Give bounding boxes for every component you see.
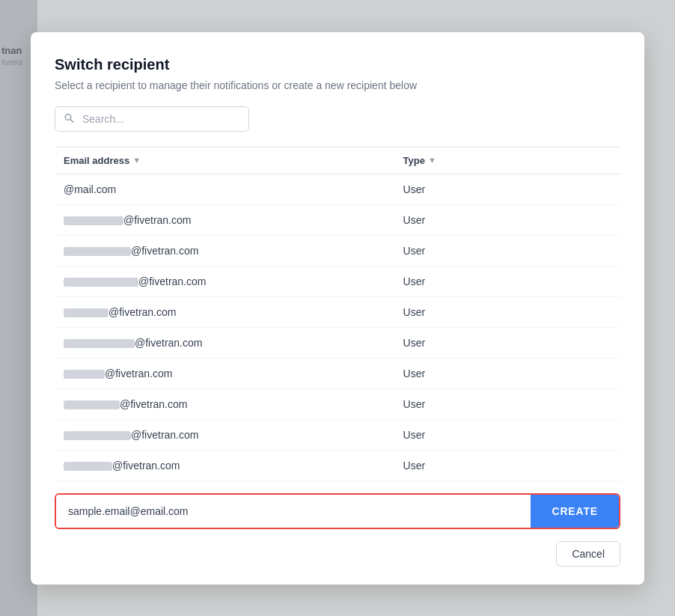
cell-email: @fivetran.com — [55, 296, 394, 327]
svg-line-1 — [70, 119, 73, 122]
cell-type: User — [394, 174, 620, 204]
recipients-table-container: Email address ▼ Type ▼ @mail.co — [55, 147, 620, 481]
cell-type: User — [394, 266, 620, 296]
sort-icon-type: ▼ — [428, 156, 436, 165]
cell-type: User — [394, 327, 620, 358]
search-icon — [64, 112, 74, 125]
cell-type: User — [394, 204, 620, 235]
modal-overlay: Switch recipient Select a recipient to m… — [0, 0, 675, 616]
cell-type: User — [394, 358, 620, 388]
cell-email: @fivetran.com — [55, 235, 394, 266]
cell-type: User — [394, 450, 620, 481]
table-row[interactable]: @fivetran.comUser — [55, 419, 620, 450]
modal-subtitle: Select a recipient to manage their notif… — [55, 79, 620, 91]
cell-type: User — [394, 296, 620, 327]
cell-email: @fivetran.com — [55, 419, 394, 450]
table-row[interactable]: @mail.comUser — [55, 174, 620, 204]
table-row[interactable]: @fivetran.comUser — [55, 450, 620, 481]
cell-email: @fivetran.com — [55, 266, 394, 296]
sort-icon-email: ▼ — [132, 156, 141, 165]
table-row[interactable]: @fivetran.comUser — [55, 266, 620, 296]
table-row[interactable]: @fivetran.comUser — [55, 388, 620, 419]
cancel-button[interactable]: Cancel — [556, 541, 620, 567]
table-row[interactable]: @fivetran.comUser — [55, 327, 620, 358]
cell-type: User — [394, 419, 620, 450]
cell-type: User — [394, 235, 620, 266]
cell-email: @fivetran.com — [55, 388, 394, 419]
cell-email: @fivetran.com — [55, 327, 394, 358]
create-row: CREATE — [55, 493, 620, 529]
table-row[interactable]: @fivetran.comUser — [55, 204, 620, 235]
cell-email: @fivetran.com — [55, 450, 394, 481]
table-row[interactable]: @fivetran.comUser — [55, 296, 620, 327]
cell-email: @fivetran.com — [55, 358, 394, 388]
footer-row: Cancel — [55, 541, 620, 567]
cell-email: @mail.com — [55, 174, 394, 204]
create-button[interactable]: CREATE — [531, 495, 619, 528]
table-row[interactable]: @fivetran.comUser — [55, 358, 620, 388]
cell-type: User — [394, 388, 620, 419]
table-row[interactable]: @fivetran.comUser — [55, 235, 620, 266]
search-container — [55, 106, 620, 132]
col-header-email: Email address ▼ — [55, 147, 394, 174]
recipients-table: Email address ▼ Type ▼ @mail.co — [55, 147, 620, 481]
create-email-input[interactable] — [56, 495, 531, 528]
col-header-type: Type ▼ — [394, 147, 620, 174]
search-input[interactable] — [55, 106, 249, 132]
modal-title: Switch recipient — [55, 56, 620, 73]
modal: Switch recipient Select a recipient to m… — [31, 32, 644, 585]
cell-email: @fivetran.com — [55, 204, 394, 235]
